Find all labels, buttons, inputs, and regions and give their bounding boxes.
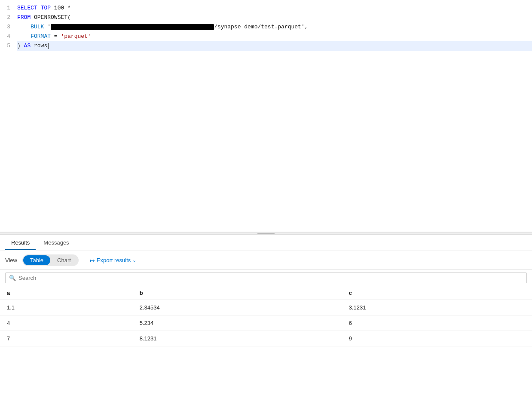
code-line-1: 1SELECT TOP 100 * [0,3,532,13]
search-input[interactable] [18,275,523,281]
token-plain: OPENROWSET( [31,14,71,21]
resize-grip [257,233,275,234]
table-cell: 4 [0,315,133,331]
view-row: View Table Chart ↦ Export results ⌄ [0,251,532,270]
results-panel: Results Messages View Table Chart ↦ Expo… [0,235,532,395]
table-row: 78.12319 [0,331,532,346]
export-results-button[interactable]: ↦ Export results ⌄ [87,255,139,266]
line-content[interactable]: FROM OPENROWSET( [17,13,532,22]
line-number: 3 [0,22,17,32]
token-str: 'parquet' [61,33,91,40]
token-plain: ) [17,43,24,49]
line-content[interactable]: FORMAT = 'parquet' [17,32,532,41]
tab-results[interactable]: Results [5,236,36,250]
line-content[interactable]: SELECT TOP 100 * [17,3,532,13]
line-number: 2 [0,13,17,22]
token-plain: /synapse_demo/test.parquet', [214,24,308,30]
token-kw: SELECT [17,5,37,11]
line-content[interactable]: BULK '/synapse_demo/test.parquet', [17,22,532,32]
search-input-wrap[interactable]: 🔍 [5,273,527,283]
table-cell: 8.1231 [133,331,342,346]
token-kw: FROM [17,14,31,21]
table-cell: 9 [342,331,532,346]
line-number: 5 [0,41,17,51]
column-header-b: b [133,286,342,300]
view-toggle-group: Table Chart [22,254,79,266]
tabs-row: Results Messages [0,235,532,251]
token-kw2: BULK [31,24,44,30]
search-bar: 🔍 [0,270,532,286]
table-row: 45.2346 [0,315,532,331]
token-plain [17,24,31,30]
line-number: 1 [0,3,17,13]
token-plain [17,33,31,40]
chevron-down-icon: ⌄ [132,257,136,263]
token-kw2: FORMAT [31,33,51,40]
column-header-c: c [342,286,532,300]
code-line-4: 4 FORMAT = 'parquet' [0,32,532,41]
view-label: View [5,257,17,263]
toggle-chart-button[interactable]: Chart [50,255,78,265]
code-line-5: 5) AS rows [0,41,532,51]
token-kw: TOP [41,5,51,11]
toggle-table-button[interactable]: Table [23,255,50,265]
table-scroll[interactable]: abc1.12.345343.123145.234678.12319 [0,286,532,395]
data-table: abc1.12.345343.123145.234678.12319 [0,286,532,346]
table-cell: 6 [342,315,532,331]
code-line-3: 3 BULK '/synapse_demo/test.parquet', [0,22,532,32]
token-plain: = [51,33,61,40]
export-arrow-icon: ↦ [90,257,95,264]
line-number: 4 [0,32,17,41]
tab-messages[interactable]: Messages [37,236,75,250]
resize-handle[interactable] [0,232,532,235]
text-cursor [48,43,49,49]
table-cell: 1.1 [0,300,133,315]
table-cell: 3.1231 [342,300,532,315]
token-kw: AS [24,43,31,49]
code-editor[interactable]: 1SELECT TOP 100 *2FROM OPENROWSET(3 BULK… [0,0,532,232]
token-plain: 100 * [51,5,71,11]
table-cell: 2.34534 [133,300,342,315]
search-icon: 🔍 [9,275,16,281]
token-plain [37,5,41,11]
code-line-2: 2FROM OPENROWSET( [0,13,532,22]
token-plain: ' [44,24,51,30]
table-cell: 7 [0,331,133,346]
line-content[interactable]: ) AS rows [17,41,532,51]
table-row: 1.12.345343.1231 [0,300,532,315]
redacted-content [51,24,214,30]
column-header-a: a [0,286,133,300]
export-label: Export results [97,257,131,263]
table-cell: 5.234 [133,315,342,331]
token-plain: rows [31,43,47,49]
